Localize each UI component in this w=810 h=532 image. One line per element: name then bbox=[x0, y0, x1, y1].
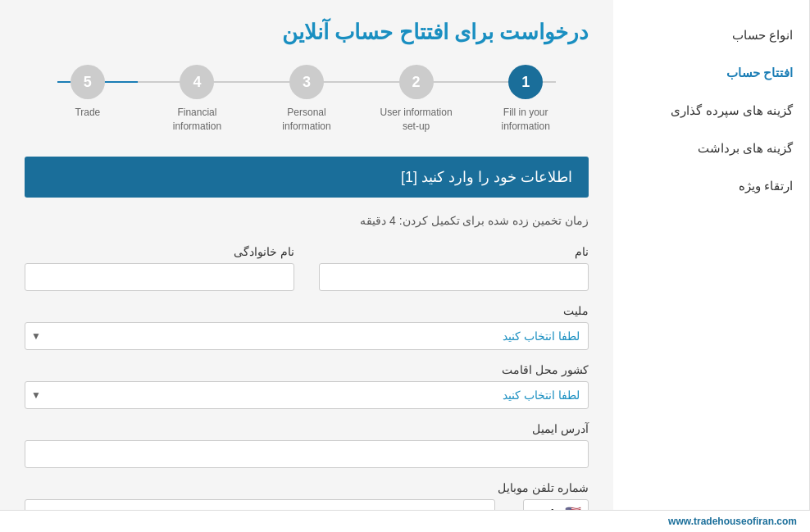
sidebar-item-deposit-options[interactable]: گزینه های سپرده گذاری bbox=[613, 92, 809, 130]
time-estimate: زمان تخمین زده شده برای تکمیل کردن: 4 دق… bbox=[25, 214, 589, 227]
step-4-circle: 4 bbox=[180, 65, 214, 99]
step-3: 3 Personal information bbox=[252, 65, 362, 134]
step-1-circle: 1 bbox=[508, 65, 543, 99]
email-input[interactable] bbox=[25, 440, 589, 468]
first-name-group: نام bbox=[319, 245, 589, 291]
first-name-input[interactable] bbox=[319, 263, 589, 291]
email-group: آدرس ایمیل bbox=[25, 422, 589, 468]
nationality-select[interactable]: لطفا انتخاب کنید bbox=[25, 322, 589, 350]
sidebar-item-open-account[interactable]: افتتاح حساب bbox=[613, 54, 809, 92]
step-1: 1 Fill in your information bbox=[471, 65, 580, 134]
form: نام نام خانوادگی ملیت لطفا انتخاب کنید ▼ bbox=[25, 245, 589, 527]
first-name-label: نام bbox=[319, 245, 589, 258]
step-5-circle: 5 bbox=[71, 65, 105, 99]
step-4: 4 Financial information bbox=[143, 65, 253, 134]
nationality-group: ملیت لطفا انتخاب کنید ▼ bbox=[25, 304, 589, 350]
step-4-label: Financial information bbox=[160, 106, 234, 134]
country-select-wrapper: لطفا انتخاب کنید ▼ bbox=[25, 381, 589, 409]
last-name-input[interactable] bbox=[25, 263, 294, 291]
step-3-label: Personal information bbox=[270, 106, 344, 134]
country-label: کشور محل اقامت bbox=[25, 363, 589, 376]
stepper: 1 Fill in your information 2 User inform… bbox=[25, 65, 589, 134]
country-group: کشور محل اقامت لطفا انتخاب کنید ▼ bbox=[25, 363, 589, 409]
sidebar: انواع حساب افتتاح حساب گزینه های سپرده گ… bbox=[613, 0, 810, 532]
country-select[interactable]: لطفا انتخاب کنید bbox=[25, 381, 589, 409]
page-title: درخواست برای افتتاح حساب آنلاین bbox=[25, 20, 589, 45]
step-2-label: User information set-up bbox=[380, 106, 453, 134]
main-content: درخواست برای افتتاح حساب آنلاین 1 Fill i… bbox=[0, 0, 613, 532]
nationality-label: ملیت bbox=[25, 304, 589, 317]
sidebar-item-special-upgrade[interactable]: ارتقاء ویژه bbox=[613, 167, 809, 205]
step-1-label: Fill in your information bbox=[489, 106, 562, 134]
last-name-group: نام خانوادگی bbox=[25, 245, 294, 291]
sidebar-item-account-types[interactable]: انواع حساب bbox=[613, 16, 809, 54]
step-2-circle: 2 bbox=[399, 65, 434, 99]
sidebar-item-withdrawal-options[interactable]: گزینه های برداشت bbox=[613, 130, 809, 167]
website-url: www.tradehouseofiran.com bbox=[668, 516, 797, 527]
step-5: 5 Trade bbox=[33, 65, 143, 120]
nationality-select-wrapper: لطفا انتخاب کنید ▼ bbox=[25, 322, 589, 350]
email-label: آدرس ایمیل bbox=[25, 422, 589, 435]
section-header: اطلاعات خود را وارد کنید [1] bbox=[25, 157, 589, 198]
last-name-label: نام خانوادگی bbox=[25, 245, 294, 258]
step-5-label: Trade bbox=[75, 106, 100, 120]
step-3-circle: 3 bbox=[289, 65, 324, 99]
step-2: 2 User information set-up bbox=[362, 65, 471, 134]
bottom-bar: www.tradehouseofiran.com bbox=[0, 510, 810, 532]
phone-label: شماره تلفن موبایل bbox=[25, 481, 589, 494]
